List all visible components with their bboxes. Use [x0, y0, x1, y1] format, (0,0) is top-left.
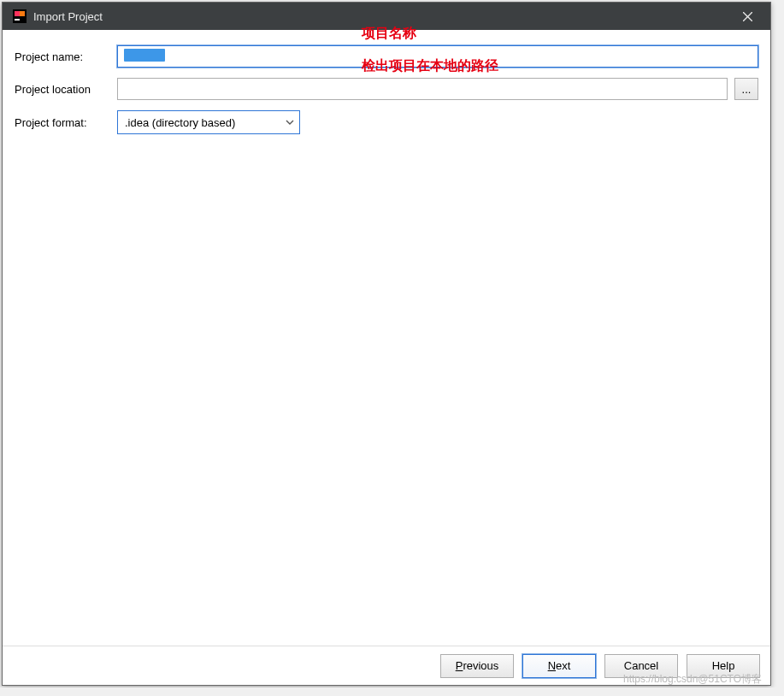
project-format-value: .idea (directory based): [125, 116, 286, 129]
project-location-label: Project location: [15, 83, 117, 96]
intellij-icon: [13, 9, 27, 23]
titlebar[interactable]: Import Project: [3, 3, 770, 30]
chevron-down-icon: [286, 118, 294, 127]
browse-location-button[interactable]: ...: [734, 78, 758, 100]
import-project-dialog: Import Project Project name: Project loc…: [2, 2, 771, 686]
help-button[interactable]: Help: [687, 654, 760, 678]
next-button[interactable]: Next: [522, 654, 596, 678]
project-name-input[interactable]: [117, 45, 758, 68]
redacted-name-value: [124, 49, 165, 62]
project-location-row: Project location ...: [15, 78, 758, 100]
close-icon: [743, 12, 752, 21]
project-format-label: Project format:: [15, 116, 117, 129]
wizard-button-bar: Previous Next Cancel Help: [3, 646, 770, 685]
dialog-content: Project name: Project location ... Proje…: [3, 30, 770, 646]
previous-button[interactable]: Previous: [440, 654, 514, 678]
close-button[interactable]: [728, 3, 767, 30]
cancel-button[interactable]: Cancel: [604, 654, 678, 678]
project-name-row: Project name:: [15, 45, 758, 68]
project-location-input[interactable]: [117, 78, 728, 100]
project-format-row: Project format: .idea (directory based): [15, 110, 758, 134]
svg-rect-1: [15, 19, 20, 21]
project-name-label: Project name:: [15, 50, 117, 63]
window-title: Import Project: [33, 10, 103, 23]
project-format-combobox[interactable]: .idea (directory based): [117, 110, 300, 134]
